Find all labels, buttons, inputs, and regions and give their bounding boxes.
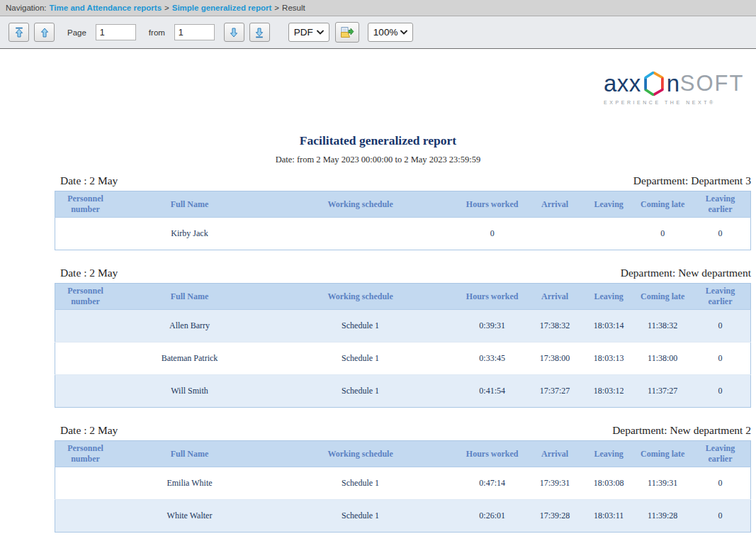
zoom-value: 100% [373,27,398,38]
column-header: Leaving [582,441,636,467]
report-section: Date : 2 May Department: Department 3 Pe… [55,174,751,250]
export-format-value: PDF [294,27,313,38]
page-label: Page [67,28,86,37]
table-cell: 17:37:27 [527,375,582,408]
table-cell [582,218,636,250]
column-header: Leaving [582,284,636,310]
table-cell: 17:39:31 [527,467,582,500]
breadcrumb-link-simple-report[interactable]: Simple generalized report [172,4,272,12]
table-cell: Schedule 1 [264,500,457,533]
table-cell: 18:03:08 [582,467,636,500]
previous-page-button[interactable] [34,23,55,42]
table-cell: 0 [690,375,750,408]
from-label: from [149,28,165,37]
column-header: Working schedule [264,191,457,218]
report-toolbar: Page from PDF 100% [0,16,756,49]
table-cell: 17:39:28 [527,500,582,533]
table-cell [527,218,582,250]
report-page: axx n SOFT EXPERIENCE THE NEXT® Facilita… [0,70,756,533]
logo-text-n: n [667,70,680,97]
column-header: Leaving [582,191,636,218]
table-row: White WalterSchedule 10:26:0117:39:2818:… [55,500,751,533]
page-number-input[interactable] [96,24,136,40]
column-header: Coming late [635,191,690,218]
table-row: Bateman PatrickSchedule 10:33:4517:38:00… [55,342,751,375]
arrow-up-icon [39,27,50,38]
axxonsoft-logo: axx n SOFT EXPERIENCE THE NEXT® [604,70,750,105]
table-cell: Schedule 1 [264,375,457,408]
last-page-button[interactable] [249,23,270,42]
export-button[interactable] [335,22,359,43]
column-header: Personnel number [55,191,115,218]
attendance-table: Personnel numberFull NameWorking schedul… [55,283,751,408]
table-cell [264,218,457,250]
table-cell: 0 [690,467,750,500]
table-cell: 0 [635,218,690,250]
arrow-down-icon [228,27,239,38]
column-header: Full Name [115,284,264,310]
breadcrumb-separator: > [274,4,279,12]
export-format-select[interactable]: PDF [288,23,329,42]
column-header: Hours worked [457,191,527,218]
table-row: Emilia WhiteSchedule 10:47:1417:39:3118:… [55,467,751,500]
table-cell [55,310,115,342]
first-page-button[interactable] [9,23,29,42]
attendance-table: Personnel numberFull NameWorking schedul… [55,191,751,250]
column-header: Full Name [115,191,264,218]
section-department-label: Department: Department 3 [633,174,751,187]
table-cell: 0 [690,310,750,342]
table-cell: 11:39:31 [635,467,690,500]
table-cell: 0 [690,218,750,250]
table-cell: Schedule 1 [264,310,457,342]
hexagon-logo-icon [642,70,666,97]
column-header: Full Name [115,441,264,467]
section-department-label: Department: New department [621,267,751,279]
breadcrumb: Navigation: Time and Attendance reports … [0,0,756,16]
table-cell [55,500,115,533]
report-section: Date : 2 May Department: New department … [55,267,751,408]
table-cell: 11:38:32 [635,310,690,342]
total-pages-input[interactable] [174,24,215,40]
table-cell: Emilia White [115,467,264,500]
table-cell: 11:37:27 [635,375,690,408]
table-cell: 11:38:00 [635,342,690,375]
table-cell: Schedule 1 [264,467,457,500]
column-header: Arrival [527,441,582,467]
column-header: Personnel number [55,284,115,310]
table-cell: 0:41:54 [457,375,527,408]
logo-text-axx: axx [604,70,641,97]
table-cell [55,342,115,375]
table-row: Allen BarrySchedule 10:39:3117:38:3218:0… [55,310,751,342]
column-header: Working schedule [264,441,457,467]
column-header: Coming late [635,441,690,467]
table-header-row: Personnel numberFull NameWorking schedul… [55,284,751,310]
column-header: Hours worked [457,441,527,467]
zoom-select[interactable]: 100% [368,23,413,42]
table-cell: 18:03:11 [582,500,636,533]
table-cell: 0 [457,218,527,250]
section-date-label: Date : 2 May [60,424,118,437]
table-cell: 17:38:32 [527,310,582,342]
column-header: Coming late [635,284,690,310]
next-page-button[interactable] [224,23,244,42]
column-header: Leaving earlier [690,191,750,218]
table-cell: 0 [690,500,750,533]
column-header: Leaving earlier [690,441,750,467]
breadcrumb-link-time-attendance[interactable]: Time and Attendance reports [50,4,162,12]
table-row: Kirby Jack000 [55,218,751,250]
table-header-row: Personnel numberFull NameWorking schedul… [55,191,751,218]
table-cell: 0:47:14 [457,467,527,500]
breadcrumb-current: Result [282,4,305,12]
table-cell: Bateman Patrick [115,342,264,375]
column-header: Personnel number [55,441,115,467]
table-cell: 0:39:31 [457,310,527,342]
column-header: Arrival [527,284,582,310]
section-date-label: Date : 2 May [60,174,118,187]
report-title: Facilitated generalized report [0,133,756,148]
table-cell: Will Smith [115,375,264,408]
table-row: Will SmithSchedule 10:41:5417:37:2718:03… [55,375,751,408]
table-cell: 17:38:00 [527,342,582,375]
table-cell: Allen Barry [115,310,264,342]
section-department-label: Department: New department 2 [612,424,751,437]
table-cell: 11:39:28 [635,500,690,533]
